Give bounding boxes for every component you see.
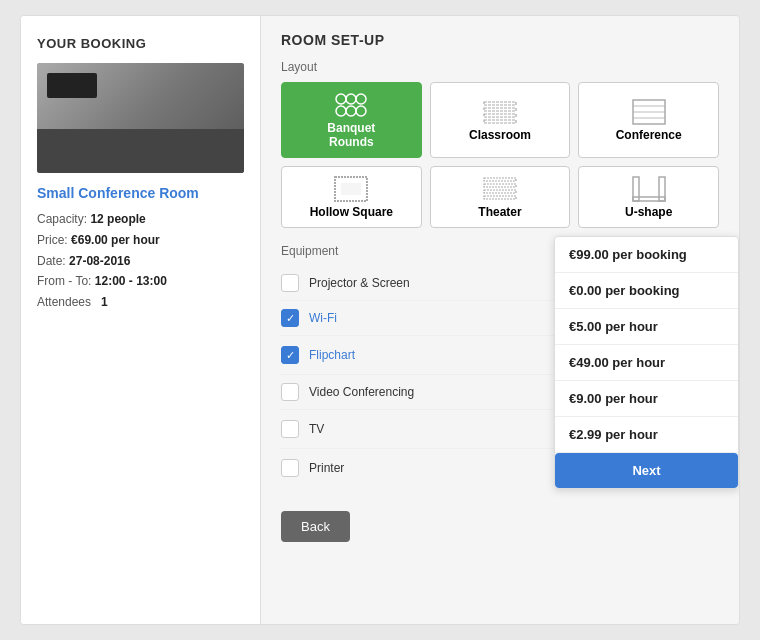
theater-label: Theater [478,205,521,219]
flipchart-checkbox[interactable]: ✓ [281,346,299,364]
svg-rect-8 [484,114,516,117]
from-to-value: 12:00 - 13:00 [95,274,167,288]
svg-rect-9 [484,120,516,123]
svg-rect-22 [633,197,665,201]
date-value: 27-08-2016 [69,254,130,268]
price-val-4: €9.00 per hour [569,391,658,406]
svg-rect-15 [341,183,361,195]
capacity-label: Capacity: [37,212,87,226]
layout-option-u-shape[interactable]: U-shape [578,166,719,228]
main-container: YOUR BOOKING Small Conference Room Capac… [20,15,740,625]
printer-checkbox[interactable] [281,459,299,477]
svg-rect-16 [484,178,516,181]
back-button[interactable]: Back [281,511,350,542]
banquet-icon [333,91,369,119]
svg-rect-17 [484,184,516,187]
svg-rect-18 [484,190,516,193]
pricing-item-0: €99.00 per booking [555,237,738,273]
svg-point-1 [346,94,356,104]
svg-point-4 [346,106,356,116]
price-label: Price: [37,233,68,247]
layout-option-hollow-square[interactable]: Hollow Square [281,166,422,228]
price-value: €69.00 per hour [71,233,160,247]
capacity-value: 12 people [90,212,145,226]
svg-rect-6 [484,102,516,105]
banquet-label: BanquetRounds [327,121,375,149]
price-val-3: €49.00 per hour [569,355,665,370]
price-detail: Price: €69.00 per hour [37,232,244,249]
video-checkbox[interactable] [281,383,299,401]
booking-title: YOUR BOOKING [37,36,244,51]
classroom-label: Classroom [469,128,531,142]
room-image-inner [37,63,244,173]
attendees-label: Attendees [37,295,91,309]
pricing-item-2: €5.00 per hour [555,309,738,345]
from-to-detail: From - To: 12:00 - 13:00 [37,273,244,290]
layout-grid: BanquetRounds Classroom [281,82,719,228]
room-image [37,63,244,173]
price-val-1: €0.00 per booking [569,283,680,298]
attendees-detail: Attendees 1 [37,294,244,311]
next-button[interactable]: Next [555,453,738,488]
hollow-square-icon [333,175,369,203]
u-shape-icon [631,175,667,203]
layout-option-classroom[interactable]: Classroom [430,82,571,158]
layout-label: Layout [281,60,719,74]
pricing-item-4: €9.00 per hour [555,381,738,417]
hollow-square-label: Hollow Square [310,205,393,219]
svg-rect-19 [484,196,516,199]
left-panel: YOUR BOOKING Small Conference Room Capac… [21,16,261,624]
from-to-label: From - To: [37,274,91,288]
attendees-value: 1 [101,295,108,309]
section-title: ROOM SET-UP [281,32,719,48]
layout-option-banquet[interactable]: BanquetRounds [281,82,422,158]
conference-icon [631,98,667,126]
date-detail: Date: 27-08-2016 [37,253,244,270]
svg-point-3 [336,106,346,116]
pricing-item-3: €49.00 per hour [555,345,738,381]
theater-icon [482,175,518,203]
wifi-checkbox[interactable]: ✓ [281,309,299,327]
capacity-detail: Capacity: 12 people [37,211,244,228]
price-val-5: €2.99 per hour [569,427,658,442]
svg-point-0 [336,94,346,104]
date-label: Date: [37,254,66,268]
u-shape-label: U-shape [625,205,672,219]
price-val-2: €5.00 per hour [569,319,658,334]
layout-option-conference[interactable]: Conference [578,82,719,158]
svg-rect-7 [484,108,516,111]
projector-checkbox[interactable] [281,274,299,292]
svg-point-2 [356,94,366,104]
right-panel: ROOM SET-UP Layout BanquetRounds [261,16,739,624]
pricing-item-1: €0.00 per booking [555,273,738,309]
tv-checkbox[interactable] [281,420,299,438]
conference-label: Conference [616,128,682,142]
pricing-popup: €99.00 per booking €0.00 per booking €5.… [554,236,739,489]
room-name: Small Conference Room [37,185,244,201]
svg-point-5 [356,106,366,116]
layout-option-theater[interactable]: Theater [430,166,571,228]
price-val-0: €99.00 per booking [569,247,687,262]
classroom-icon [482,98,518,126]
pricing-item-5: €2.99 per hour [555,417,738,453]
